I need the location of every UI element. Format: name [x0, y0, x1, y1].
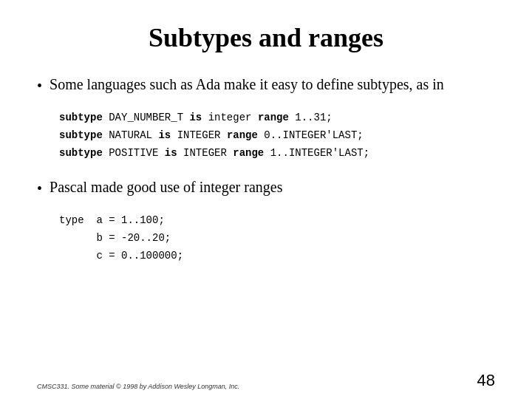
- footer-copyright: CMSC331. Some material © 1998 by Addison…: [37, 383, 239, 390]
- code-line-1-3: subtype POSITIVE is INTEGER range 1..INT…: [59, 145, 495, 163]
- bullet-text-1: Some languages such as Ada make it easy …: [50, 74, 444, 95]
- footer: CMSC331. Some material © 1998 by Addison…: [37, 371, 495, 390]
- code-line-1-1: subtype DAY_NUMBER_T is integer range 1.…: [59, 109, 495, 127]
- bullet-item-2: • Pascal made good use of integer ranges: [37, 177, 495, 199]
- bullet-dot-1: •: [37, 75, 42, 96]
- bullet-item-1: • Some languages such as Ada make it eas…: [37, 74, 495, 96]
- bullet-dot-2: •: [37, 178, 42, 199]
- slide: Subtypes and ranges • Some languages suc…: [0, 0, 532, 399]
- code-line-2-3: c = 0..100000;: [59, 248, 495, 265]
- code-block-2: type a = 1..100; b = -20..20; c = 0..100…: [59, 212, 495, 265]
- code-line-1-2: subtype NATURAL is INTEGER range 0..INTE…: [59, 127, 495, 145]
- code-line-2-2: b = -20..20;: [59, 230, 495, 248]
- bullet-text-2: Pascal made good use of integer ranges: [50, 177, 282, 197]
- slide-title: Subtypes and ranges: [37, 22, 495, 53]
- code-line-2-1: type a = 1..100;: [59, 212, 495, 230]
- code-block-1: subtype DAY_NUMBER_T is integer range 1.…: [59, 109, 495, 162]
- footer-page-number: 48: [477, 371, 495, 390]
